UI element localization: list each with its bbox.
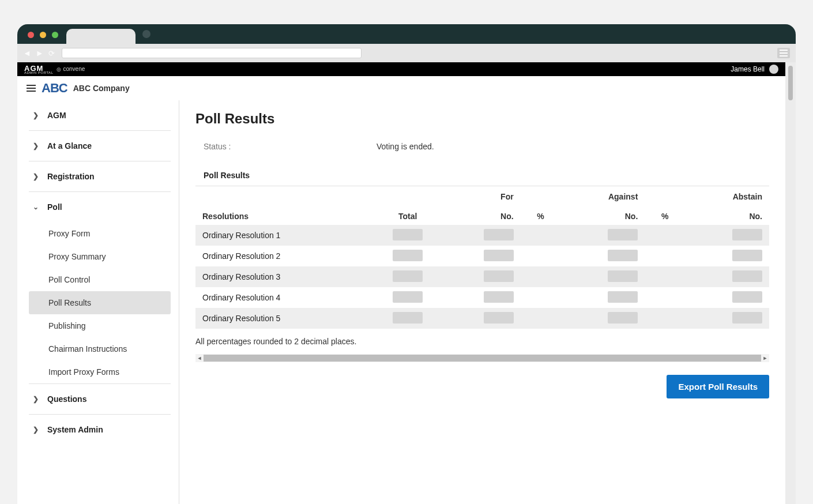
col-abstain: Abstain [685,186,769,206]
app-user-menu[interactable]: James Bell [731,65,778,74]
cell-total [379,308,436,329]
sidebar-item-agm[interactable]: ❯ AGM [29,100,171,130]
url-input[interactable] [62,48,362,58]
sidebar-sub-poll-results[interactable]: Poll Results [29,291,171,314]
cell-against-no [561,266,645,287]
col-total: Total [379,186,436,225]
app-topbar: AGM ADMIN PORTAL convene James Bell [17,62,785,76]
sidebar-item-at-a-glance[interactable]: ❯ At a Glance [29,131,171,161]
table-row: Ordinary Resolution 1 [195,225,769,246]
sidebar-sub-chairman-instructions[interactable]: Chairman Instructions [29,337,171,360]
col-resolutions: Resolutions [195,186,379,225]
cell-for-no [436,225,521,246]
col-for-pct: % [521,206,561,225]
cell-total [379,246,436,266]
company-bar: ABC ABC Company [17,76,785,100]
user-name: James Bell [731,65,765,73]
sidebar-item-poll[interactable]: ⌄ Poll [29,192,171,222]
new-tab-button[interactable] [142,30,150,38]
minimize-window-icon[interactable] [40,32,46,38]
cell-total [379,225,436,246]
cell-total [379,287,436,308]
app-logo-brand: convene [57,66,85,72]
cell-against-pct [645,266,685,287]
company-name: ABC Company [73,84,130,93]
resolution-name: Ordinary Resolution 2 [195,246,379,266]
cell-abstain-no [685,225,769,246]
table-row: Ordinary Resolution 2 [195,246,769,266]
sidebar-sub-import-proxy-forms[interactable]: Import Proxy Forms [29,360,171,383]
export-poll-results-button[interactable]: Export Poll Results [667,375,769,398]
chevron-right-icon: ❯ [32,142,39,150]
cell-against-no [561,246,645,266]
maximize-window-icon[interactable] [52,32,58,38]
browser-tab[interactable] [66,29,136,44]
scroll-right-icon[interactable]: ► [761,355,769,361]
horizontal-scrollbar[interactable]: ◄ ► [195,354,769,362]
resolution-name: Ordinary Resolution 5 [195,308,379,329]
sidebar-item-questions[interactable]: ❯ Questions [29,384,171,414]
company-logo: ABC [42,81,67,96]
browser-window: ◄ ► ⟳ AGM ADMIN PORTAL convene James Bel… [17,24,796,504]
scroll-left-icon[interactable]: ◄ [195,355,204,361]
chevron-down-icon: ⌄ [32,203,39,211]
cell-total [379,266,436,287]
vertical-scrollbar[interactable] [785,62,796,504]
col-for: For [436,186,521,206]
back-icon[interactable]: ◄ [23,48,31,58]
section-title: Poll Results [195,171,769,180]
avatar [769,65,778,74]
cell-against-pct [645,246,685,266]
cell-abstain-no [685,308,769,329]
scroll-thumb[interactable] [788,66,793,100]
col-abstain-no: No. [685,206,769,225]
sidebar-item-label: AGM [47,111,66,120]
col-against-pct: % [645,206,685,225]
page-viewport: AGM ADMIN PORTAL convene James Bell ABC … [17,62,796,504]
sidebar-item-label: At a Glance [47,141,92,151]
scroll-track[interactable] [204,355,761,362]
sidebar-sub-proxy-summary[interactable]: Proxy Summary [29,245,171,268]
cell-for-no [436,266,521,287]
cell-for-pct [521,246,561,266]
browser-menu-icon[interactable] [777,48,790,58]
sidebar-item-label: System Admin [47,425,103,434]
col-against: Against [561,186,645,206]
cell-against-no [561,287,645,308]
chevron-right-icon: ❯ [32,111,39,119]
main-content: Poll Results Status : Voting is ended. P… [179,100,785,504]
cell-abstain-no [685,287,769,308]
status-label: Status : [204,142,377,151]
sidebar-sub-poll-control[interactable]: Poll Control [29,268,171,291]
cell-against-no [561,225,645,246]
sidebar-item-label: Registration [47,172,95,181]
cell-for-pct [521,308,561,329]
cell-for-no [436,287,521,308]
cell-abstain-no [685,246,769,266]
menu-toggle-icon[interactable] [27,85,36,92]
cell-against-pct [645,308,685,329]
table-row: Ordinary Resolution 3 [195,266,769,287]
sidebar-item-label: Questions [47,394,86,404]
app-logo[interactable]: AGM ADMIN PORTAL convene [24,65,85,74]
sidebar-item-system-admin[interactable]: ❯ System Admin [29,415,171,445]
sidebar-item-registration[interactable]: ❯ Registration [29,161,171,191]
export-row: Export Poll Results [195,375,769,398]
table-row: Ordinary Resolution 4 [195,287,769,308]
resolution-name: Ordinary Resolution 1 [195,225,379,246]
cell-for-pct [521,266,561,287]
cell-against-no [561,308,645,329]
forward-icon[interactable]: ► [36,48,44,58]
window-controls[interactable] [22,32,64,44]
close-window-icon[interactable] [28,32,34,38]
chevron-right-icon: ❯ [32,426,39,434]
poll-table: Resolutions Total For Against Abstain [195,186,769,329]
cell-against-pct [645,287,685,308]
cell-for-pct [521,287,561,308]
app-logo-sub: ADMIN PORTAL [24,71,53,74]
sidebar-sub-proxy-form[interactable]: Proxy Form [29,222,171,245]
col-against-no: No. [561,206,645,225]
sidebar-sub-publishing[interactable]: Publishing [29,314,171,337]
reload-icon[interactable]: ⟳ [48,49,55,58]
status-row: Status : Voting is ended. [195,142,769,151]
